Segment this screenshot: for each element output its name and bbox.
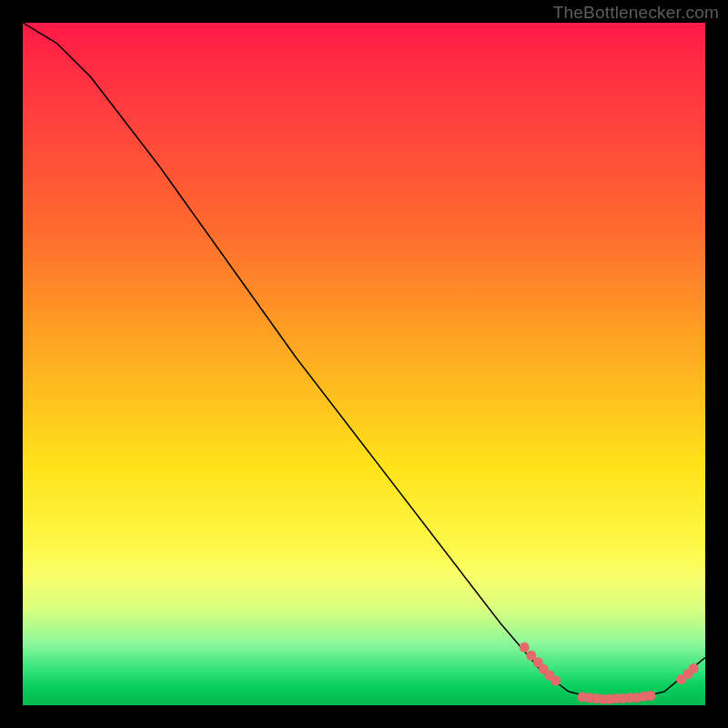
data-point (551, 676, 561, 686)
data-points-group (520, 642, 699, 704)
data-point (646, 691, 656, 701)
data-point (689, 663, 699, 673)
watermark-text: TheBottlenecker.com (553, 3, 719, 23)
bottleneck-curve (23, 23, 705, 699)
chart-plot-area (23, 23, 705, 705)
chart-svg (23, 23, 705, 705)
chart-frame: TheBottlenecker.com (0, 0, 728, 728)
data-point (520, 642, 530, 652)
